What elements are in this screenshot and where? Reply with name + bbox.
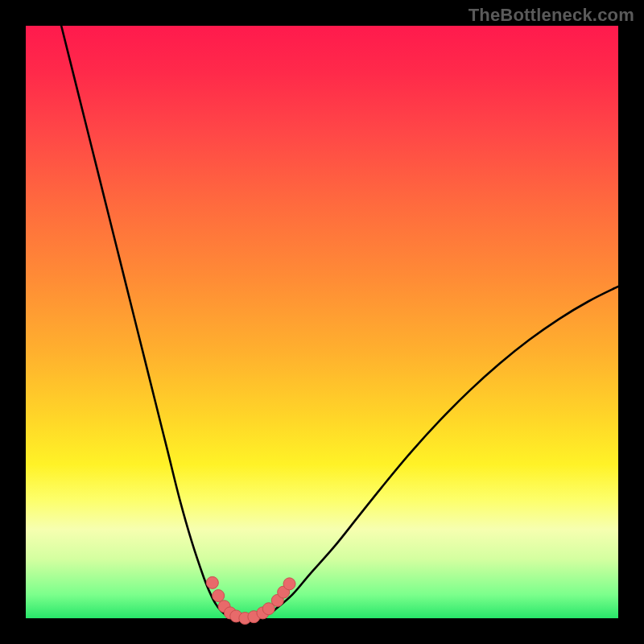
- chart-frame: TheBottleneck.com: [0, 0, 644, 644]
- curve-group: [61, 26, 618, 618]
- bottleneck-curve: [61, 26, 618, 618]
- chart-svg: [26, 26, 618, 618]
- data-marker: [283, 578, 295, 590]
- data-marker: [206, 576, 218, 588]
- watermark-text: TheBottleneck.com: [469, 5, 634, 26]
- plot-area: [26, 26, 618, 618]
- data-marker: [213, 590, 225, 602]
- marker-group: [206, 576, 295, 624]
